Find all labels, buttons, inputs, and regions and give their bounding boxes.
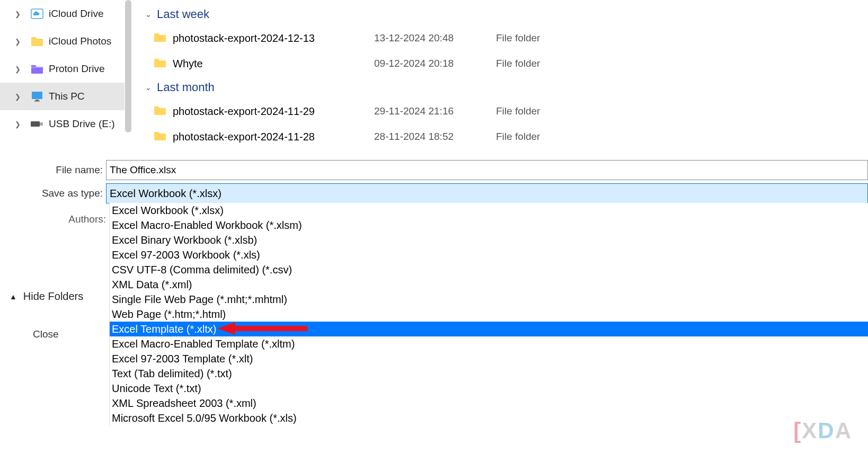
file-date: 29-11-2024 21:16 (374, 105, 496, 117)
file-type-option[interactable]: Web Page (*.htm;*.html) (110, 307, 868, 322)
file-type-option[interactable]: Unicode Text (*.txt) (110, 381, 868, 396)
xda-watermark: [XDA (793, 418, 852, 443)
file-type-option[interactable]: Excel Workbook (*.xlsx) (110, 203, 868, 218)
group-title: Last month (157, 81, 215, 94)
sidebar-item-icloud-drive[interactable]: ❯iCloud Drive (0, 0, 125, 28)
file-list: ⌄Last weekphotostack-export-2024-12-1313… (138, 0, 868, 159)
group-header[interactable]: ⌄Last month (138, 76, 868, 99)
save-form: File name: Save as type: Excel Workbook … (0, 160, 868, 207)
file-name: photostack-export-2024-11-29 (173, 105, 374, 118)
file-row[interactable]: photostack-export-2024-11-2828-11-2024 1… (138, 124, 868, 149)
group-title: Last week (157, 7, 209, 21)
group-header[interactable]: ⌄Last week (138, 3, 868, 25)
chevron-right-icon: ❯ (15, 11, 20, 16)
chevron-right-icon: ❯ (15, 39, 20, 44)
filename-input[interactable] (106, 160, 868, 180)
file-type: File folder (496, 32, 540, 44)
file-name: photostack-export-2024-12-13 (173, 32, 374, 45)
file-name: photostack-export-2024-11-28 (173, 131, 374, 143)
svg-rect-1 (32, 92, 42, 99)
nav-sidebar: ❯iCloud Drive❯iCloud Photos❯Proton Drive… (0, 0, 125, 154)
file-type-option[interactable]: XML Data (*.xml) (110, 277, 868, 292)
file-type-option[interactable]: Text (Tab delimited) (*.txt) (110, 366, 868, 381)
chevron-down-icon: ⌄ (145, 83, 152, 92)
file-type: File folder (496, 131, 540, 143)
file-type-option[interactable]: Excel Macro-Enabled Workbook (*.xlsm) (110, 218, 868, 233)
chevron-up-icon: ▲ (10, 292, 17, 301)
file-type: File folder (496, 58, 540, 69)
monitor-icon (31, 90, 43, 103)
file-type-option[interactable]: Excel Macro-Enabled Template (*.xltm) (110, 336, 868, 351)
file-type-option[interactable]: Single File Web Page (*.mht;*.mhtml) (110, 292, 868, 307)
chevron-down-icon: ⌄ (145, 10, 152, 19)
filename-label: File name: (0, 164, 106, 176)
folder-icon (154, 57, 173, 70)
chevron-right-icon: ❯ (15, 94, 20, 99)
file-date: 28-11-2024 18:52 (374, 131, 496, 143)
sidebar-item-label: Proton Drive (49, 63, 105, 75)
chevron-right-icon: ❯ (15, 66, 20, 72)
file-type-option[interactable]: Microsoft Excel 5.0/95 Workbook (*.xls) (110, 411, 868, 425)
folder-icon (154, 105, 173, 118)
file-type-option[interactable]: Excel 97-2003 Template (*.xlt) (110, 351, 868, 366)
svg-rect-3 (34, 101, 40, 102)
file-date: 13-12-2024 20:48 (374, 32, 496, 44)
sidebar-item-label: This PC (49, 91, 85, 102)
save-as-type-select[interactable]: Excel Workbook (*.xlsx) (106, 183, 868, 203)
sidebar-item-proton-drive[interactable]: ❯Proton Drive (0, 55, 125, 83)
chevron-right-icon: ❯ (15, 121, 20, 127)
file-type: File folder (496, 105, 540, 117)
authors-label: Authors: (0, 214, 106, 225)
usb-icon (31, 118, 43, 130)
file-type-option[interactable]: Excel Binary Workbook (*.xlsb) (110, 233, 868, 247)
sidebar-item-label: iCloud Photos (49, 35, 111, 47)
sidebar-item-usb-drive-e-[interactable]: ❯USB Drive (E:) (0, 110, 125, 138)
file-row[interactable]: photostack-export-2024-11-2929-11-2024 2… (138, 99, 868, 124)
sidebar-item-label: iCloud Drive (49, 8, 103, 20)
folder-yellow-icon (31, 35, 43, 48)
file-row[interactable]: photostack-export-2024-12-1313-12-2024 2… (138, 25, 868, 51)
save-dialog: ❯iCloud Drive❯iCloud Photos❯Proton Drive… (0, 0, 868, 453)
file-type-option[interactable]: Excel Template (*.xltx) (110, 322, 868, 336)
sidebar-item-label: USB Drive (E:) (49, 118, 115, 130)
svg-rect-2 (36, 100, 39, 101)
folder-icon (154, 130, 173, 143)
hide-folders-label: Hide Folders (23, 290, 83, 303)
sidebar-scrollbar[interactable] (125, 0, 131, 132)
close-button[interactable]: Close (33, 328, 59, 340)
sidebar-item-this-pc[interactable]: ❯This PC (0, 83, 125, 110)
file-name: Whyte (173, 58, 374, 70)
save-as-type-label: Save as type: (0, 188, 106, 199)
icloud-icon (31, 7, 43, 20)
proton-icon (31, 63, 43, 75)
file-type-option[interactable]: Excel 97-2003 Workbook (*.xls) (110, 247, 868, 262)
hide-folders-button[interactable]: ▲ Hide Folders (10, 290, 83, 303)
file-type-option[interactable]: XML Spreadsheet 2003 (*.xml) (110, 396, 868, 411)
svg-rect-4 (31, 121, 40, 127)
file-row[interactable]: Whyte09-12-2024 20:18File folder (138, 51, 868, 76)
folder-icon (154, 32, 173, 45)
svg-rect-5 (40, 122, 43, 126)
file-type-dropdown[interactable]: Excel Workbook (*.xlsx)Excel Macro-Enabl… (109, 203, 868, 425)
file-date: 09-12-2024 20:18 (374, 58, 496, 69)
sidebar-item-icloud-photos[interactable]: ❯iCloud Photos (0, 28, 125, 55)
file-type-option[interactable]: CSV UTF-8 (Comma delimited) (*.csv) (110, 262, 868, 277)
